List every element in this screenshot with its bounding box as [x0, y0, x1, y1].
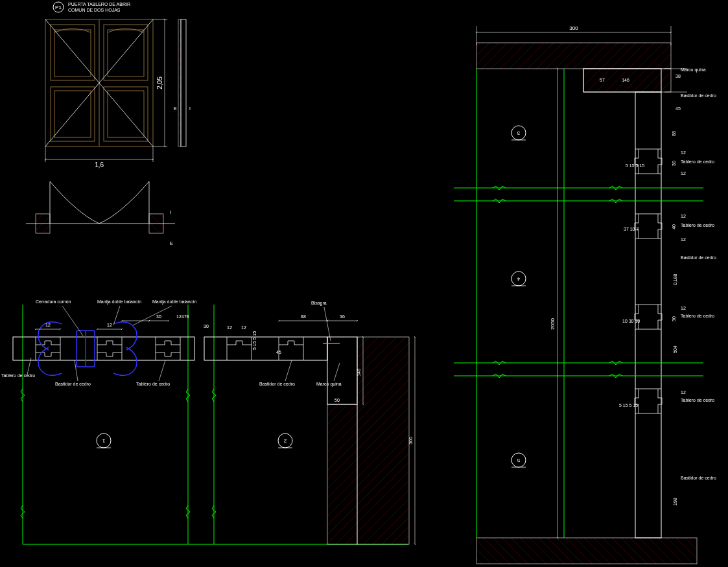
detail-2: 88 36 12 12 30 5 15 5 15 45 146 50 300 B… [204, 301, 415, 544]
svg-text:12: 12 [681, 150, 686, 155]
svg-text:88: 88 [301, 314, 306, 319]
dim-2050: 2050 [550, 318, 556, 330]
label-cerradura: Cerradura común [36, 299, 71, 304]
svg-rect-85 [635, 92, 661, 538]
svg-text:50: 50 [335, 398, 340, 402]
svg-rect-79 [476, 538, 697, 564]
svg-rect-16 [178, 19, 181, 146]
svg-rect-57 [327, 404, 357, 544]
label-bisagra: Bisagra [311, 301, 327, 306]
svg-text:45: 45 [276, 350, 281, 354]
svg-text:5 15 5 15: 5 15 5 15 [626, 163, 644, 168]
svg-rect-56 [357, 337, 409, 544]
svg-text:12: 12 [681, 306, 686, 310]
svg-text:12: 12 [681, 214, 686, 218]
svg-rect-17 [181, 19, 186, 146]
svg-rect-77 [476, 43, 671, 69]
svg-rect-32 [13, 337, 194, 360]
elev-mark-i: I [189, 106, 191, 111]
dim-top-300: 300 [569, 25, 578, 31]
svg-text:57: 57 [600, 78, 605, 82]
label-tablero2-d1: Tablero de cedro [136, 382, 170, 386]
label-tablero1-sec: Tablero de cedro [681, 159, 714, 164]
svg-text:12: 12 [681, 237, 686, 242]
svg-text:0,188: 0,188 [673, 273, 677, 285]
elev-width: 1,6 [95, 161, 104, 168]
elev-mark-e: E [174, 106, 177, 111]
svg-line-46 [133, 306, 172, 325]
label-manija1: Manija doble balancín [97, 299, 141, 305]
elev-height: 2,05 [156, 76, 163, 89]
svg-text:12: 12 [45, 323, 51, 327]
label-manija2: Manija doble balancín [152, 299, 196, 305]
door-elevation: P1 PUERTA TABLERO DE ABRIR COMUN DE DOS … [45, 2, 191, 168]
svg-text:30: 30 [672, 316, 676, 321]
door-plan: I E [26, 181, 175, 246]
bubble-5: 5 [517, 457, 520, 463]
label-tablero3-sec: Tablero de cedro [681, 314, 714, 318]
bubble-4: 4 [517, 276, 520, 282]
svg-text:478: 478 [182, 314, 189, 319]
svg-text:38: 38 [675, 74, 681, 78]
svg-text:37 10 7: 37 10 7 [624, 227, 639, 231]
svg-text:12: 12 [227, 325, 232, 330]
svg-text:146: 146 [357, 369, 361, 376]
svg-text:30: 30 [672, 161, 676, 166]
vertical-section: 300 146 57 2050 38 Marco quina 45 Bastid… [454, 25, 716, 564]
svg-text:12: 12 [681, 390, 686, 395]
svg-line-74 [334, 363, 340, 381]
svg-text:30: 30 [156, 314, 161, 319]
svg-text:10 30 10: 10 30 10 [622, 319, 640, 323]
title-id: P1 [55, 5, 62, 10]
svg-line-72 [324, 307, 331, 341]
svg-rect-55 [327, 337, 357, 404]
title-line1: PUERTA TABLERO DE ABRIR [68, 2, 130, 6]
svg-text:30: 30 [204, 324, 209, 329]
plan-mark-i: I [170, 210, 171, 214]
svg-text:12: 12 [176, 314, 182, 319]
title-line2: COMUN DE DOS HOJAS [68, 8, 121, 12]
label-bastidor-d1: Bastidor de cedro [55, 382, 91, 386]
svg-text:146: 146 [622, 78, 629, 82]
svg-text:12: 12 [681, 171, 686, 176]
bubble-3: 3 [517, 130, 520, 136]
label-tablero-d1: Tablero de cedro [1, 373, 35, 378]
label-tablero4-sec: Tablero de cedro [681, 398, 714, 402]
svg-text:5 15 5 15: 5 15 5 15 [252, 331, 257, 350]
label-marco-d2: Marco quina [316, 382, 342, 387]
label-bastidor3-sec: Bastidor de cedro [681, 476, 716, 480]
label-bastidor1-sec: Bastidor de cedro [681, 93, 716, 98]
bubble-1: 1 [102, 438, 105, 444]
svg-text:504: 504 [673, 345, 677, 353]
label-bastidor-d2: Bastidor de cedro [259, 382, 295, 386]
svg-text:12: 12 [107, 323, 112, 327]
label-marco-sec: Marco quina [681, 67, 706, 73]
svg-text:45: 45 [675, 106, 681, 111]
svg-text:12: 12 [241, 325, 246, 330]
svg-text:40: 40 [672, 224, 676, 229]
label-bastidor2-sec: Bastidor de cedro [681, 255, 716, 260]
svg-text:36: 36 [340, 314, 345, 319]
svg-line-73 [285, 360, 292, 381]
svg-text:88: 88 [672, 131, 676, 136]
svg-line-44 [62, 306, 83, 336]
bubble-2: 2 [283, 438, 287, 444]
svg-text:300: 300 [408, 437, 413, 445]
plan-mark-e: E [170, 241, 173, 246]
label-tablero2-sec: Tablero de cedro [681, 223, 714, 227]
svg-rect-53 [204, 337, 327, 360]
svg-text:198: 198 [673, 498, 677, 505]
svg-line-49 [159, 360, 165, 381]
svg-text:5 15 5 15: 5 15 5 15 [619, 403, 638, 408]
